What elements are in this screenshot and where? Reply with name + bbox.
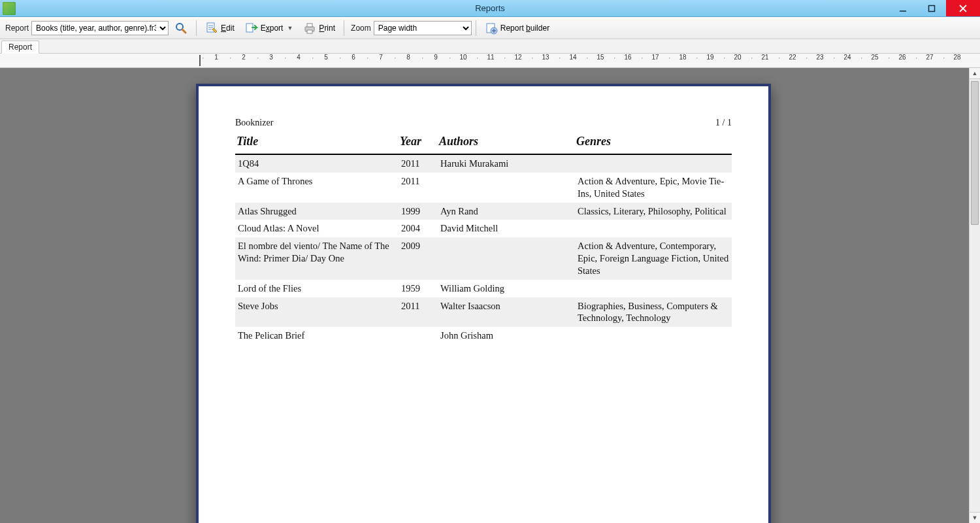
builder-label: Report builder: [500, 24, 549, 33]
ruler-mark: 5: [312, 54, 340, 61]
ruler-mark: 28: [943, 54, 971, 61]
maximize-button[interactable]: [917, 0, 946, 16]
ruler-mark: 9: [422, 54, 449, 61]
ruler-mark: 3: [257, 54, 285, 61]
cell-year: 2009: [399, 237, 438, 280]
ruler-mark: 26: [889, 54, 916, 61]
svg-rect-13: [307, 30, 312, 33]
cell-year: 2011: [399, 173, 438, 203]
cell-year: 1959: [399, 280, 438, 297]
table-row: A Game of Thrones2011Action & Adventure,…: [235, 173, 732, 203]
ruler-origin: [199, 55, 201, 66]
table-row: Lord of the Flies1959William Golding: [235, 280, 732, 297]
toolbar-separator: [476, 20, 476, 36]
report-builder-button[interactable]: Report builder: [480, 18, 554, 38]
ruler-mark: 18: [669, 54, 696, 61]
minimize-icon: [899, 5, 907, 12]
table-row: 1Q842011Haruki Murakami: [235, 154, 732, 173]
maximize-icon: [928, 5, 936, 12]
scroll-down-icon[interactable]: ▼: [970, 512, 980, 523]
ruler-mark: 11: [477, 54, 504, 61]
edit-label: Edit: [221, 24, 235, 33]
close-button[interactable]: [946, 0, 980, 16]
builder-icon: [485, 22, 498, 35]
vertical-scrollbar[interactable]: ▲ ▼: [969, 68, 980, 523]
close-icon: [959, 5, 967, 12]
toolbar-separator: [344, 20, 344, 36]
ruler-mark: 14: [559, 54, 587, 61]
toolbar: Report Books (title, year, author, genre…: [0, 17, 980, 39]
cell-authors: John Grisham: [438, 327, 575, 345]
ruler-mark: 16: [614, 54, 642, 61]
minimize-button[interactable]: [889, 0, 917, 16]
chevron-down-icon: ▼: [287, 25, 293, 31]
ruler-mark: 10: [449, 54, 477, 61]
ruler: 1234567891011121314151617181920212223242…: [0, 54, 980, 68]
ruler-mark: 24: [834, 54, 861, 61]
export-button[interactable]: Export ▼: [240, 18, 298, 38]
col-year: Year: [399, 132, 438, 154]
cell-genres: [575, 327, 732, 345]
cell-genres: Action & Adventure, Contemporary, Epic, …: [575, 237, 732, 280]
cell-title: 1Q84: [235, 154, 399, 173]
ruler-mark: 7: [367, 54, 395, 61]
cell-genres: Classics, Literary, Philosophy, Politica…: [575, 203, 732, 220]
col-genres: Genres: [575, 132, 732, 154]
ruler-mark: 1: [203, 54, 230, 61]
cell-year: 2004: [399, 220, 438, 237]
ruler-mark: 21: [751, 54, 779, 61]
edit-icon: [205, 22, 218, 35]
ruler-mark: 17: [642, 54, 669, 61]
ruler-mark: 4: [285, 54, 312, 61]
cell-authors: Haruki Murakami: [438, 154, 575, 173]
cell-year: 1999: [399, 203, 438, 220]
edit-button[interactable]: Edit: [201, 18, 239, 38]
page-counter: 1 / 1: [715, 118, 732, 128]
print-button[interactable]: Print: [299, 18, 340, 38]
scroll-up-icon[interactable]: ▲: [970, 68, 980, 79]
cell-title: Steve Jobs: [235, 297, 399, 328]
cell-year: 2011: [399, 297, 438, 328]
cell-title: El nombre del viento/ The Name of The Wi…: [235, 237, 399, 280]
cell-title: Lord of the Flies: [235, 280, 399, 297]
magnifier-icon: [174, 22, 188, 35]
cell-authors: William Golding: [438, 280, 575, 297]
ruler-mark: 6: [340, 54, 367, 61]
zoom-select[interactable]: Page width: [374, 21, 472, 35]
search-button[interactable]: [170, 18, 192, 38]
table-row: Steve Jobs2011Walter IsaacsonBiographies…: [235, 297, 732, 328]
table-row: Atlas Shrugged1999Ayn RandClassics, Lite…: [235, 203, 732, 220]
col-title: Title: [235, 132, 399, 154]
ruler-mark: 13: [532, 54, 559, 61]
cell-authors: Ayn Rand: [438, 203, 575, 220]
cell-authors: Walter Isaacson: [438, 297, 575, 328]
report-app-name: Booknizer: [235, 118, 273, 128]
cell-year: [399, 327, 438, 345]
window-title: Reports: [0, 3, 980, 13]
ruler-mark: 12: [504, 54, 532, 61]
export-label: Export: [261, 24, 284, 33]
cell-authors: David Mitchell: [438, 220, 575, 237]
cell-authors: [438, 237, 575, 280]
ruler-mark: 19: [696, 54, 724, 61]
window-titlebar: Reports: [0, 0, 980, 17]
ruler-mark: 15: [587, 54, 614, 61]
toolbar-separator: [196, 20, 197, 36]
tab-report[interactable]: Report: [1, 41, 39, 54]
ruler-mark: 25: [861, 54, 889, 61]
scroll-thumb[interactable]: [971, 81, 979, 225]
cell-genres: [575, 154, 732, 173]
ruler-mark: 8: [395, 54, 422, 61]
cell-genres: Action & Adventure, Epic, Movie Tie-Ins,…: [575, 173, 732, 203]
print-label: Print: [319, 24, 335, 33]
report-select[interactable]: Books (title, year, author, genre).fr3: [31, 21, 169, 35]
report-table: Title Year Authors Genres 1Q842011Haruki…: [235, 132, 732, 345]
cell-title: Atlas Shrugged: [235, 203, 399, 220]
ruler-mark: 23: [806, 54, 834, 61]
ruler-mark: 27: [916, 54, 943, 61]
printer-icon: [303, 22, 316, 35]
col-authors: Authors: [438, 132, 575, 154]
cell-genres: [575, 220, 732, 237]
cell-authors: [438, 173, 575, 203]
cell-year: 2011: [399, 154, 438, 173]
